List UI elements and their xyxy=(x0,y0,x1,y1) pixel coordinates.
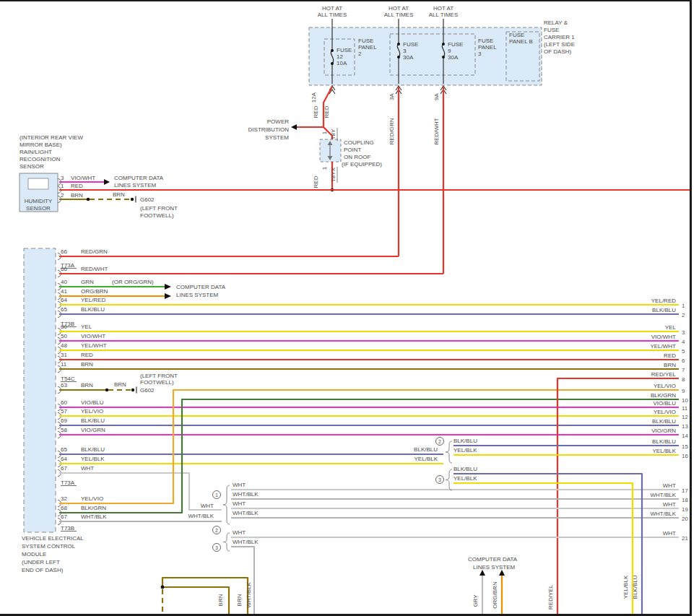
pin-number: 66 xyxy=(61,266,67,272)
circuit-number: 20 xyxy=(682,516,688,522)
sensor-pin-3: 3 xyxy=(61,175,64,181)
data-lines-bottom: COMPUTER DATA xyxy=(468,556,518,563)
circuit-number: 13 xyxy=(682,423,688,430)
circuit-number: 12 xyxy=(682,414,688,420)
pin-number: 63 xyxy=(61,382,67,389)
circuit-number: 17 xyxy=(682,487,688,494)
pin-number: 60 xyxy=(61,399,67,406)
g602-label: G602 xyxy=(140,196,155,203)
pin-number: 64 xyxy=(61,456,67,462)
data-lines-arrow-gry xyxy=(479,570,485,576)
svg-text:(UNDER LEFT: (UNDER LEFT xyxy=(22,559,60,565)
svg-text:(LEFT SIDE: (LEFT SIDE xyxy=(544,41,575,48)
pin-number: 67 xyxy=(61,465,67,472)
humidity-sensor-label: HUMIDITY xyxy=(25,198,53,204)
wire-color-label: YEL/WHT xyxy=(81,342,107,349)
hot-label-1: HOT AT xyxy=(322,5,342,12)
circuit-number: 16 xyxy=(682,453,688,459)
pin-number: 58 xyxy=(61,427,67,433)
coupling-label: COUPLING xyxy=(344,139,374,146)
right-wire-label: BLK/BLU xyxy=(652,307,676,313)
pin-number: 32 xyxy=(61,495,67,502)
svg-text:DISTRIBUTION: DISTRIBUTION xyxy=(248,126,290,133)
hot-label-3: HOT AT xyxy=(433,5,453,12)
pin-number: 41 xyxy=(61,288,67,295)
module-name: VEHICLE ELECTRICAL xyxy=(22,535,84,542)
svg-text:VIO/WHT: VIO/WHT xyxy=(71,175,95,181)
ref-1: 1 xyxy=(215,493,218,498)
right-wire-label: YEL/VIO xyxy=(654,383,676,389)
wire-label-red-wht: RED/WHT xyxy=(433,118,440,144)
svg-text:SENSOR: SENSOR xyxy=(26,205,51,212)
wire-color-label: RED xyxy=(81,352,93,358)
pin-number: 64 xyxy=(61,297,67,303)
wire-color-label: BRN xyxy=(81,382,93,389)
terminal-9a: 9A xyxy=(433,92,440,100)
ref-2: 2 xyxy=(215,528,218,533)
data-lines-arrow xyxy=(165,284,171,290)
circuit-number: 11 xyxy=(682,405,688,412)
right-wire-label: RED/YEL xyxy=(651,371,677,378)
svg-text:MODULE: MODULE xyxy=(22,551,46,558)
right-wire-label: BLK/BLU xyxy=(652,418,676,425)
wire-color-label: YEL/RED xyxy=(81,297,105,303)
right-wire-label: VIO/GRN xyxy=(651,428,676,434)
circuit-number: 19 xyxy=(682,506,688,513)
svg-text:RAIN/LIGHT: RAIN/LIGHT xyxy=(19,149,52,155)
pin-number: 57 xyxy=(61,408,67,415)
pin-number: 30 xyxy=(61,324,67,330)
g602-label-2: G602 xyxy=(140,387,155,394)
circuit-number: 15 xyxy=(682,443,688,450)
row63-splice-label: BRN xyxy=(114,381,126,388)
sensor-title: (INTERIOR REAR VIEW xyxy=(19,134,83,141)
wire-color-label: WHT/BLK xyxy=(81,513,107,520)
ref-2b: 2 xyxy=(438,439,441,444)
svg-text:BLK/BLU: BLK/BLU xyxy=(453,466,477,472)
right-wire-label: RED xyxy=(664,352,676,359)
svg-text:SYSTEM CONTROL: SYSTEM CONTROL xyxy=(22,543,76,550)
wire-color-label: RED/WHT xyxy=(81,266,108,272)
wire-color-label: BLK/GRN xyxy=(81,505,106,511)
circuit-number: 1 xyxy=(682,303,685,309)
wire-note: (OR ORG/GRN) xyxy=(112,279,154,285)
circuit-number: 14 xyxy=(682,433,688,439)
pin-number: 31 xyxy=(61,352,67,358)
connector-label: T54C xyxy=(61,376,75,382)
right-wire-label: YEL/BLK xyxy=(653,448,677,454)
fuse-3-label: FUSE xyxy=(403,41,418,48)
sensor-window xyxy=(28,178,48,189)
right-wire-label: WHT xyxy=(663,501,676,508)
wiring-diagram: 66RED/GRNT73A66RED/WHT40GRN(OR ORG/GRN)4… xyxy=(0,0,699,616)
data-lines-module: COMPUTER DATA xyxy=(176,284,226,290)
fuse-panel-b-label: FUSE xyxy=(509,32,524,38)
circuit-number: 18 xyxy=(682,497,688,503)
bottom-orgbrn: ORG/BRN xyxy=(492,581,498,609)
coupling-pin-bottom: 1 xyxy=(321,166,328,170)
svg-text:WHT: WHT xyxy=(233,500,246,507)
pin-number: 48 xyxy=(61,342,67,349)
svg-text:12: 12 xyxy=(337,53,343,60)
svg-text:WHT: WHT xyxy=(233,482,246,488)
bottom-brn-2: BRN xyxy=(236,594,243,606)
data-lines-arrow xyxy=(165,293,171,299)
pin-number: 69 xyxy=(61,417,67,424)
fuse-panel-3-label: FUSE xyxy=(478,38,493,44)
svg-text:ON ROOF: ON ROOF xyxy=(344,154,370,160)
svg-text:ALL TIMES: ALL TIMES xyxy=(429,12,458,18)
sensor-pin-2: 2 xyxy=(61,192,64,199)
wire-color-label: VIO/WHT xyxy=(81,333,105,339)
svg-text:(IF EQUIPPED): (IF EQUIPPED) xyxy=(342,161,382,168)
bottom-blkblu: BLK/BLU xyxy=(632,575,638,599)
svg-text:BRN: BRN xyxy=(71,192,83,199)
wire-color-label: VIO/BLU xyxy=(81,399,104,406)
right-wire-label: WHT/BLK xyxy=(650,511,676,517)
wire-color-label: VIO/GRN xyxy=(81,427,105,433)
svg-text:WHT: WHT xyxy=(233,529,246,536)
coupling-conn-bottom: T8YX xyxy=(330,167,337,182)
right-wire-label: VIO/BLU xyxy=(653,400,676,407)
pin-number: 66 xyxy=(61,248,67,255)
power-distribution-arrow xyxy=(291,124,297,130)
wire-color-label: YEL/VIO xyxy=(81,408,103,415)
hot-label-2: HOT AT xyxy=(388,5,409,12)
wire-color-label: YEL/VIO xyxy=(81,495,103,502)
